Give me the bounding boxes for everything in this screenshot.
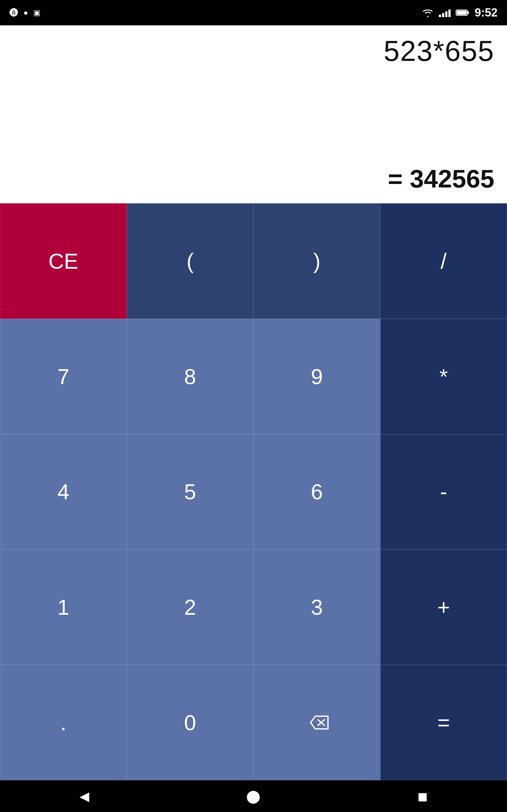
home-button[interactable]: ⬤ [241,783,266,809]
zero-button[interactable]: 0 [127,665,253,780]
svg-marker-3 [311,716,328,729]
six-button[interactable]: 6 [253,434,380,550]
multiply-button[interactable]: * [380,319,507,434]
recents-button[interactable]: ◼ [410,783,435,809]
svg-rect-1 [467,11,469,14]
five-button[interactable]: 5 [127,434,253,550]
equals-button[interactable]: = [380,665,507,780]
status-bar-right: 9:52 [422,6,498,19]
result: = 342565 [13,164,494,194]
seven-button[interactable]: 7 [0,319,127,434]
one-button[interactable]: 1 [0,549,127,665]
display: 523*655 = 342565 [0,26,507,203]
add-button[interactable]: + [380,549,507,665]
battery-icon [456,9,469,16]
status-bar-left: 🅐 ● ▣ [9,8,41,18]
decimal-button[interactable]: . [0,665,127,780]
back-button[interactable]: ◀ [72,783,97,809]
storage-icon: ▣ [33,8,41,17]
notification-icon: 🅐 [9,8,18,18]
wifi-icon [422,8,434,17]
nine-button[interactable]: 9 [253,319,380,434]
clear-entry-button[interactable]: CE [0,203,127,319]
four-button[interactable]: 4 [0,434,127,550]
keypad: CE()/789*456-123+.0 = [0,203,507,780]
subtract-button[interactable]: - [380,434,507,550]
close-paren-button[interactable]: ) [253,203,380,319]
eight-button[interactable]: 8 [127,319,253,434]
backspace-icon [304,713,330,732]
circle-status-icon: ● [23,8,28,17]
three-button[interactable]: 3 [253,549,380,665]
svg-rect-2 [457,10,467,15]
divide-button[interactable]: / [380,203,507,319]
expression: 523*655 [13,35,494,67]
navigation-bar: ◀ ⬤ ◼ [0,780,507,812]
open-paren-button[interactable]: ( [127,203,253,319]
status-bar: 🅐 ● ▣ 9:52 [0,0,507,26]
status-time: 9:52 [475,6,498,19]
backspace-button[interactable] [253,665,380,780]
signal-icon [439,8,451,17]
two-button[interactable]: 2 [127,549,253,665]
